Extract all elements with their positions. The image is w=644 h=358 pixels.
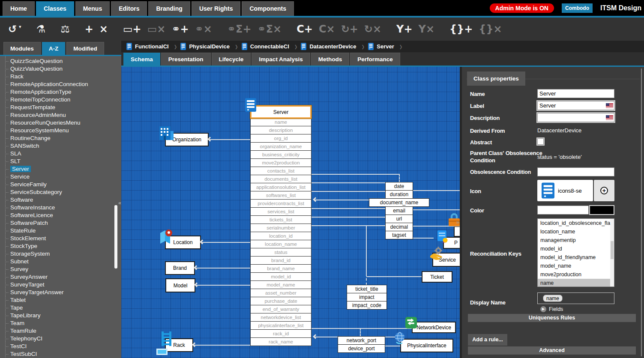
class-tree-item[interactable]: SoftwareLicence bbox=[0, 212, 121, 219]
schema-tab[interactable]: Presentation bbox=[161, 53, 211, 66]
remove-relation-button[interactable]: Y× bbox=[419, 24, 435, 34]
add-class-button[interactable]: + bbox=[85, 24, 93, 34]
class-tree-item[interactable]: SurveyTargetAnswer bbox=[0, 289, 121, 296]
class-tree-item[interactable]: SLT bbox=[0, 158, 121, 165]
breadcrumb-item[interactable]: FunctionalCI › bbox=[126, 42, 180, 51]
class-node-ticket[interactable]: Ticket bbox=[422, 271, 452, 283]
field-row[interactable]: rack_name bbox=[250, 337, 312, 346]
sidebar-tab[interactable]: Modules bbox=[3, 42, 41, 55]
remove-field-button[interactable]: ▭× bbox=[147, 24, 166, 34]
class-tree-item[interactable]: ResourceAdminMenu bbox=[0, 111, 121, 119]
class-tree-item[interactable]: StateRule bbox=[0, 227, 121, 235]
field-row[interactable]: network_port bbox=[338, 336, 385, 345]
obsolescence-input[interactable] bbox=[537, 167, 614, 176]
type-box[interactable]: email bbox=[385, 206, 413, 215]
class-node-physicalinterface[interactable]: PhysicalInterface bbox=[400, 339, 453, 352]
class-tree-item[interactable]: SANSwitch bbox=[0, 142, 121, 150]
delete-class-button[interactable]: × bbox=[99, 24, 108, 34]
remove-method-button[interactable]: {}× bbox=[479, 24, 502, 34]
breadcrumb-item[interactable]: DatacenterDevice › bbox=[301, 42, 368, 51]
field-row[interactable]: brand_name bbox=[250, 264, 312, 273]
class-tree-item[interactable]: ResourceRunQueriesMenu bbox=[0, 119, 121, 127]
field-row[interactable]: impact bbox=[347, 293, 387, 301]
class-node-brand[interactable]: Brand bbox=[165, 261, 195, 275]
add-method-button[interactable]: {}+ bbox=[449, 24, 473, 34]
class-tree-item[interactable]: StockType bbox=[0, 242, 121, 250]
add-link-button[interactable]: ⚭+ bbox=[171, 24, 189, 34]
field-row[interactable]: rack_id bbox=[250, 329, 312, 338]
class-node-model[interactable]: Model bbox=[165, 278, 195, 292]
field-row[interactable]: status bbox=[250, 248, 312, 257]
reconciliation-key-option[interactable]: model_id bbox=[538, 245, 614, 253]
nav-tab[interactable]: Components bbox=[242, 1, 294, 16]
class-tree-item[interactable]: SurveyTarget bbox=[0, 281, 121, 289]
field-row[interactable]: model_name bbox=[250, 280, 312, 289]
add-external-key-button[interactable]: C+ bbox=[297, 24, 313, 34]
class-tree-item[interactable]: StockElement bbox=[0, 235, 121, 242]
type-box[interactable]: document_name bbox=[369, 198, 429, 207]
schema-tab[interactable]: Impact Analysis bbox=[252, 53, 310, 66]
nav-tab[interactable]: Editors bbox=[111, 1, 147, 16]
field-row[interactable]: applicationsolution_list bbox=[250, 183, 312, 191]
undo-button[interactable]: ↺ bbox=[8, 24, 17, 34]
field-row[interactable]: location_id bbox=[250, 232, 312, 240]
field-row[interactable]: providercontracts_list bbox=[250, 199, 312, 208]
remove-lifecycle-button[interactable]: ↻× bbox=[364, 24, 381, 34]
sidebar-tab[interactable]: Modified bbox=[66, 42, 104, 55]
sidebar-scrollbar-thumb[interactable] bbox=[114, 205, 117, 268]
type-box[interactable]: url bbox=[385, 215, 413, 223]
reconciliation-key-option[interactable]: model_id_friendlyname bbox=[538, 253, 614, 262]
field-row[interactable]: purchase_date bbox=[250, 297, 312, 305]
field-row[interactable]: documents_list bbox=[250, 175, 312, 183]
field-row[interactable]: physicalinterface_list bbox=[250, 321, 312, 330]
field-row[interactable]: softwares_list bbox=[250, 191, 312, 200]
add-field-button[interactable]: ▭+ bbox=[123, 24, 141, 34]
us-flag-icon[interactable] bbox=[606, 115, 613, 120]
class-tree-item[interactable]: TestCI bbox=[0, 343, 121, 350]
class-tree-item[interactable]: TelephonyCI bbox=[0, 335, 121, 343]
class-tree-item[interactable]: RemoteApplicationConnection bbox=[0, 81, 121, 88]
nav-tab[interactable]: Branding bbox=[148, 1, 190, 16]
class-tree-item[interactable]: Service bbox=[0, 173, 121, 181]
field-row[interactable]: asset_number bbox=[250, 289, 312, 297]
field-row[interactable]: serialnumber bbox=[250, 224, 312, 232]
field-row[interactable]: business_criticity bbox=[250, 150, 312, 159]
field-row[interactable]: org_id bbox=[250, 134, 312, 143]
class-tree-item[interactable]: Server bbox=[0, 165, 121, 173]
field-row[interactable]: name bbox=[250, 118, 312, 126]
class-tree-item[interactable]: ResourceSystemMenu bbox=[0, 127, 121, 134]
class-tree-item[interactable]: SurveyAnswer bbox=[0, 273, 121, 281]
field-row[interactable]: impact_code bbox=[347, 301, 387, 310]
nav-tab[interactable]: Menus bbox=[75, 1, 110, 16]
nav-tab[interactable]: Classes bbox=[36, 1, 74, 16]
abstract-checkbox[interactable] bbox=[537, 138, 544, 145]
type-box[interactable]: date bbox=[385, 182, 413, 191]
field-row[interactable]: tickets_list bbox=[250, 215, 312, 224]
field-row[interactable]: contacts_list bbox=[250, 167, 312, 175]
add-lifecycle-button[interactable]: ↻+ bbox=[341, 24, 358, 34]
class-tree-item[interactable]: TeamRule bbox=[0, 327, 121, 335]
class-tree-item[interactable]: SLA bbox=[0, 150, 121, 158]
add-link-set-button[interactable]: ⚭Σ+ bbox=[227, 24, 252, 34]
class-tree-item[interactable]: SoftwarePatch bbox=[0, 219, 121, 227]
field-row[interactable]: description bbox=[250, 126, 312, 134]
panel-expand-icon[interactable]: » bbox=[456, 219, 459, 225]
class-tree-item[interactable]: Team bbox=[0, 319, 121, 327]
schema-tab[interactable]: Schema bbox=[123, 53, 160, 66]
class-tree-item[interactable]: Tape bbox=[0, 304, 121, 312]
field-row[interactable]: organization_name bbox=[250, 142, 312, 151]
schema-tab[interactable]: Lifecycle bbox=[212, 53, 251, 66]
add-relation-button[interactable]: Y+ bbox=[396, 24, 413, 34]
reconciliation-key-option[interactable]: name bbox=[538, 279, 614, 287]
icon-preview[interactable]: icons8-se bbox=[537, 180, 593, 201]
type-box[interactable]: decimal bbox=[385, 223, 413, 231]
reconciliation-keys-listbox[interactable]: location_id_obsolescence_flaglocation_na… bbox=[537, 218, 614, 287]
fields-expander[interactable]: ▶ Fields bbox=[540, 306, 563, 312]
field-row[interactable]: device_port bbox=[338, 344, 385, 353]
field-row[interactable]: ticket_title bbox=[347, 285, 387, 293]
class-node-server[interactable]: Server bbox=[250, 105, 312, 119]
icon-upload-button[interactable]: + bbox=[594, 180, 614, 201]
label-input[interactable] bbox=[537, 101, 614, 110]
reconciliation-key-option[interactable]: model_name bbox=[538, 262, 614, 270]
schema-diagram-canvas[interactable]: Server namedescriptionorg_idorganization… bbox=[121, 67, 460, 358]
